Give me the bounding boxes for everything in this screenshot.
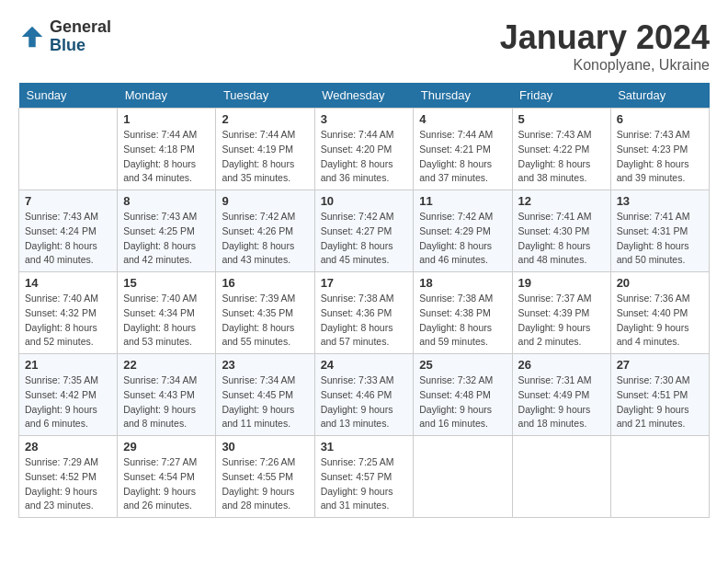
day-info: Sunrise: 7:32 AMSunset: 4:48 PMDaylight:… bbox=[419, 373, 506, 431]
calendar-cell: 23Sunrise: 7:34 AMSunset: 4:45 PMDayligh… bbox=[216, 354, 314, 436]
day-info: Sunrise: 7:30 AMSunset: 4:51 PMDaylight:… bbox=[617, 373, 703, 431]
day-info: Sunrise: 7:37 AMSunset: 4:39 PMDaylight:… bbox=[518, 292, 605, 350]
day-number: 5 bbox=[518, 112, 605, 126]
day-info: Sunrise: 7:41 AMSunset: 4:30 PMDaylight:… bbox=[518, 210, 605, 268]
day-info: Sunrise: 7:40 AMSunset: 4:32 PMDaylight:… bbox=[25, 292, 111, 350]
calendar-cell: 18Sunrise: 7:38 AMSunset: 4:38 PMDayligh… bbox=[414, 272, 512, 354]
day-number: 12 bbox=[518, 194, 605, 208]
calendar-cell: 24Sunrise: 7:33 AMSunset: 4:46 PMDayligh… bbox=[314, 354, 414, 436]
day-info: Sunrise: 7:36 AMSunset: 4:40 PMDaylight:… bbox=[617, 292, 703, 350]
day-number: 25 bbox=[419, 358, 506, 372]
calendar-cell: 29Sunrise: 7:27 AMSunset: 4:54 PMDayligh… bbox=[118, 436, 216, 518]
calendar-cell: 28Sunrise: 7:29 AMSunset: 4:52 PMDayligh… bbox=[19, 436, 118, 518]
day-info: Sunrise: 7:44 AMSunset: 4:18 PMDaylight:… bbox=[123, 128, 210, 186]
day-info: Sunrise: 7:42 AMSunset: 4:26 PMDaylight:… bbox=[222, 210, 308, 268]
calendar-cell: 7Sunrise: 7:43 AMSunset: 4:24 PMDaylight… bbox=[19, 190, 118, 272]
day-number: 29 bbox=[123, 440, 210, 454]
day-number: 2 bbox=[222, 112, 308, 126]
calendar-cell: 3Sunrise: 7:44 AMSunset: 4:20 PMDaylight… bbox=[314, 109, 414, 190]
day-info: Sunrise: 7:43 AMSunset: 4:22 PMDaylight:… bbox=[518, 128, 605, 186]
calendar-cell: 5Sunrise: 7:43 AMSunset: 4:22 PMDaylight… bbox=[512, 109, 610, 190]
weekday-header-row: Sunday Monday Tuesday Wednesday Thursday… bbox=[19, 83, 710, 109]
calendar-cell: 25Sunrise: 7:32 AMSunset: 4:48 PMDayligh… bbox=[414, 354, 512, 436]
day-number: 18 bbox=[419, 276, 506, 290]
header-monday: Monday bbox=[118, 83, 216, 109]
calendar-cell bbox=[512, 436, 610, 518]
day-number: 6 bbox=[617, 112, 703, 126]
calendar-week-1: 1Sunrise: 7:44 AMSunset: 4:18 PMDaylight… bbox=[19, 109, 710, 190]
logo-text: General Blue bbox=[50, 18, 111, 55]
calendar-cell: 13Sunrise: 7:41 AMSunset: 4:31 PMDayligh… bbox=[610, 190, 709, 272]
calendar-cell: 10Sunrise: 7:42 AMSunset: 4:27 PMDayligh… bbox=[314, 190, 414, 272]
day-number: 16 bbox=[222, 276, 308, 290]
day-number: 4 bbox=[419, 112, 506, 126]
calendar-cell: 21Sunrise: 7:35 AMSunset: 4:42 PMDayligh… bbox=[19, 354, 118, 436]
day-number: 9 bbox=[222, 194, 308, 208]
calendar-cell: 17Sunrise: 7:38 AMSunset: 4:36 PMDayligh… bbox=[314, 272, 414, 354]
day-number: 3 bbox=[321, 112, 408, 126]
calendar-week-5: 28Sunrise: 7:29 AMSunset: 4:52 PMDayligh… bbox=[19, 436, 710, 518]
day-info: Sunrise: 7:38 AMSunset: 4:38 PMDaylight:… bbox=[419, 292, 506, 350]
day-info: Sunrise: 7:43 AMSunset: 4:25 PMDaylight:… bbox=[123, 210, 210, 268]
header-sunday: Sunday bbox=[19, 83, 118, 109]
header-saturday: Saturday bbox=[610, 83, 709, 109]
calendar-cell: 12Sunrise: 7:41 AMSunset: 4:30 PMDayligh… bbox=[512, 190, 610, 272]
location-title: Konoplyane, Ukraine bbox=[500, 57, 710, 74]
day-info: Sunrise: 7:44 AMSunset: 4:19 PMDaylight:… bbox=[222, 128, 308, 186]
day-number: 7 bbox=[25, 194, 111, 208]
day-number: 8 bbox=[123, 194, 210, 208]
calendar-cell bbox=[19, 109, 118, 190]
calendar-cell: 2Sunrise: 7:44 AMSunset: 4:19 PMDaylight… bbox=[216, 109, 314, 190]
day-info: Sunrise: 7:39 AMSunset: 4:35 PMDaylight:… bbox=[222, 292, 308, 350]
day-info: Sunrise: 7:35 AMSunset: 4:42 PMDaylight:… bbox=[25, 373, 111, 431]
day-info: Sunrise: 7:44 AMSunset: 4:21 PMDaylight:… bbox=[419, 128, 506, 186]
day-info: Sunrise: 7:26 AMSunset: 4:55 PMDaylight:… bbox=[222, 455, 308, 513]
svg-marker-0 bbox=[22, 27, 43, 48]
logo-icon bbox=[18, 23, 46, 51]
day-number: 27 bbox=[617, 358, 703, 372]
day-number: 13 bbox=[617, 194, 703, 208]
header-friday: Friday bbox=[512, 83, 610, 109]
calendar-week-4: 21Sunrise: 7:35 AMSunset: 4:42 PMDayligh… bbox=[19, 354, 710, 436]
day-number: 20 bbox=[617, 276, 703, 290]
header-wednesday: Wednesday bbox=[314, 83, 414, 109]
day-info: Sunrise: 7:40 AMSunset: 4:34 PMDaylight:… bbox=[123, 292, 210, 350]
calendar-cell bbox=[414, 436, 512, 518]
calendar-cell: 6Sunrise: 7:43 AMSunset: 4:23 PMDaylight… bbox=[610, 109, 709, 190]
calendar-cell: 8Sunrise: 7:43 AMSunset: 4:25 PMDaylight… bbox=[118, 190, 216, 272]
day-number: 15 bbox=[123, 276, 210, 290]
header-thursday: Thursday bbox=[414, 83, 512, 109]
day-number: 31 bbox=[321, 440, 408, 454]
title-section: January 2024 Konoplyane, Ukraine bbox=[500, 18, 710, 74]
day-info: Sunrise: 7:27 AMSunset: 4:54 PMDaylight:… bbox=[123, 455, 210, 513]
calendar-week-2: 7Sunrise: 7:43 AMSunset: 4:24 PMDaylight… bbox=[19, 190, 710, 272]
day-number: 19 bbox=[518, 276, 605, 290]
calendar-cell bbox=[610, 436, 709, 518]
calendar-cell: 4Sunrise: 7:44 AMSunset: 4:21 PMDaylight… bbox=[414, 109, 512, 190]
logo: General Blue bbox=[18, 18, 111, 55]
calendar-cell: 27Sunrise: 7:30 AMSunset: 4:51 PMDayligh… bbox=[610, 354, 709, 436]
calendar-week-3: 14Sunrise: 7:40 AMSunset: 4:32 PMDayligh… bbox=[19, 272, 710, 354]
day-number: 21 bbox=[25, 358, 111, 372]
calendar-cell: 16Sunrise: 7:39 AMSunset: 4:35 PMDayligh… bbox=[216, 272, 314, 354]
day-number: 1 bbox=[123, 112, 210, 126]
day-number: 24 bbox=[321, 358, 408, 372]
day-number: 28 bbox=[25, 440, 111, 454]
day-number: 30 bbox=[222, 440, 308, 454]
day-info: Sunrise: 7:25 AMSunset: 4:57 PMDaylight:… bbox=[321, 455, 408, 513]
day-info: Sunrise: 7:44 AMSunset: 4:20 PMDaylight:… bbox=[321, 128, 408, 186]
day-info: Sunrise: 7:34 AMSunset: 4:45 PMDaylight:… bbox=[222, 373, 308, 431]
day-info: Sunrise: 7:29 AMSunset: 4:52 PMDaylight:… bbox=[25, 455, 111, 513]
calendar-cell: 19Sunrise: 7:37 AMSunset: 4:39 PMDayligh… bbox=[512, 272, 610, 354]
day-number: 26 bbox=[518, 358, 605, 372]
calendar-cell: 15Sunrise: 7:40 AMSunset: 4:34 PMDayligh… bbox=[118, 272, 216, 354]
day-number: 23 bbox=[222, 358, 308, 372]
day-info: Sunrise: 7:38 AMSunset: 4:36 PMDaylight:… bbox=[321, 292, 408, 350]
day-number: 10 bbox=[321, 194, 408, 208]
month-title: January 2024 bbox=[500, 18, 710, 57]
calendar-table: Sunday Monday Tuesday Wednesday Thursday… bbox=[18, 83, 710, 518]
day-number: 14 bbox=[25, 276, 111, 290]
page-header: General Blue January 2024 Konoplyane, Uk… bbox=[18, 18, 710, 74]
header-tuesday: Tuesday bbox=[216, 83, 314, 109]
day-number: 11 bbox=[419, 194, 506, 208]
